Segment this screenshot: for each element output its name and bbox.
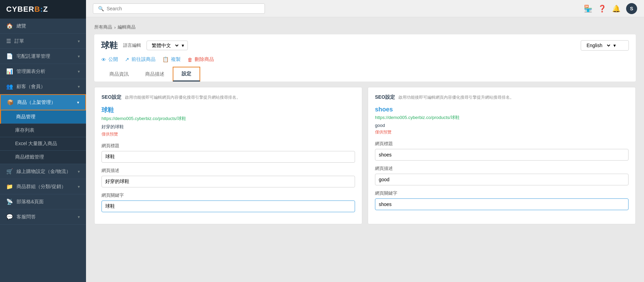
sidebar-item-products[interactable]: 📦 商品（上架管理） ▾ — [0, 94, 86, 110]
seo-product-url-zh: https://demo005.cyberbiz.co/products/球鞋 — [101, 116, 355, 122]
sidebar-item-online-shop[interactable]: 🛒 線上購物設定（金/物流） ▾ — [0, 164, 86, 179]
right-lang-select[interactable]: English 繁體中文 ▾ — [581, 40, 629, 51]
chevron-down-icon: ▾ — [77, 100, 79, 105]
form-field-page-desc-en: 網頁描述 — [375, 165, 629, 185]
avatar[interactable]: S — [626, 3, 637, 14]
copy-button[interactable]: 📋 複製 — [162, 55, 181, 64]
seo-title-en: SEO設定 — [375, 94, 395, 100]
sidebar-item-overview[interactable]: 🏠 總覽 — [0, 19, 86, 34]
home-icon: 🏠 — [6, 23, 13, 29]
page-keyword-input-en[interactable] — [375, 198, 629, 210]
sidebar-item-excel-import[interactable]: Excel 大量匯入商品 — [0, 137, 86, 151]
logo: CYBERB:Z — [6, 5, 48, 14]
sidebar-item-product-groups[interactable]: 📁 商品群組（分類/促銷） ▾ — [0, 179, 86, 194]
sidebar-item-customer-service[interactable]: 💬 客服問答 ▾ — [0, 209, 86, 225]
search-icon: 🔍 — [98, 6, 104, 11]
product-title: 球鞋 — [101, 40, 118, 51]
form-label-page-desc-zh: 網頁描述 — [101, 167, 355, 174]
page-keyword-input-zh[interactable] — [101, 200, 355, 212]
form-label-page-desc-en: 網頁描述 — [375, 165, 629, 172]
publish-button[interactable]: 👁 公開 — [101, 55, 118, 64]
chevron-down-icon: ▾ — [78, 84, 80, 89]
top-header: 🔍 🏪 ❓ 🔔 S — [86, 0, 644, 17]
chevron-down-icon: ▾ — [78, 69, 80, 74]
sidebar-item-blog[interactable]: 📡 部落格&頁面 — [0, 194, 86, 209]
sidebar-logo: CYBERB:Z — [0, 0, 86, 19]
bell-icon[interactable]: 🔔 — [612, 4, 621, 13]
seo-title-zh: SEO設定 — [101, 94, 121, 100]
page-desc-input-en[interactable] — [375, 174, 629, 185]
top-icons: 🏪 ❓ 🔔 S — [584, 3, 637, 14]
chevron-down-icon: ▾ — [78, 215, 80, 219]
breadcrumb-separator: › — [114, 25, 116, 30]
delete-button[interactable]: 🗑 刪除商品 — [187, 55, 214, 64]
breadcrumb-item: 編輯商品 — [118, 24, 136, 30]
sidebar-item-orders[interactable]: ☰ 訂單 ▾ — [0, 34, 86, 49]
page-body: 所有商品 › 編輯商品 球鞋 語言編輯 繁體中文 English ▾ — [86, 17, 644, 282]
goto-product-button[interactable]: ↗ 前往該商品 — [125, 55, 155, 64]
seo-desc-en: 啟用功能後即可編輯網頁內容優化搜尋引擎提升網站搜尋排名。 — [398, 95, 514, 100]
sidebar-item-label: 總覽 — [17, 23, 26, 29]
seo-panel-zh: SEO設定 啟用功能後即可編輯網頁內容優化搜尋引擎提升網站搜尋排名。 球鞋 ht… — [94, 87, 362, 224]
form-label-page-title-zh: 網頁標題 — [101, 143, 355, 149]
chevron-down-icon: ▾ — [78, 54, 80, 59]
lang-label: 語言編輯 — [123, 42, 141, 48]
chevron-down-icon: ▾ — [78, 184, 80, 189]
sidebar-item-label: 顧客（會員） — [17, 84, 45, 90]
sidebar-item-product-management[interactable]: 商品管理 — [0, 110, 86, 124]
copy-icon: 📋 — [162, 56, 169, 63]
delivery-icon: 📄 — [6, 53, 13, 59]
only-preview-badge-zh: 僅供預覽 — [101, 131, 355, 137]
chevron-down-icon: ▾ — [78, 39, 80, 44]
search-input[interactable] — [107, 6, 260, 11]
external-link-icon: ↗ — [125, 56, 129, 63]
help-icon[interactable]: ❓ — [598, 4, 607, 13]
seo-desc-zh: 啟用功能後即可編輯網頁內容優化搜尋引擎提升網站搜尋排名。 — [125, 95, 240, 100]
sidebar-item-label: 客服問答 — [17, 214, 36, 220]
search-bar[interactable]: 🔍 — [93, 3, 265, 14]
tab-product-info[interactable]: 商品資訊 — [101, 68, 137, 82]
products-icon: 📦 — [7, 99, 14, 106]
right-lang-dropdown[interactable]: English 繁體中文 — [585, 42, 611, 48]
product-title-row: 球鞋 語言編輯 繁體中文 English ▾ English 繁體中文 — [101, 40, 629, 51]
chevron-down-icon: ▾ — [78, 169, 80, 174]
lang-select[interactable]: 繁體中文 English ▾ — [147, 41, 188, 50]
store-icon[interactable]: 🏪 — [584, 4, 592, 13]
tabs-row: 商品資訊 商品描述 設定 — [101, 67, 629, 82]
tab-settings[interactable]: 設定 — [173, 67, 200, 82]
sidebar-item-label: 宅配託運單管理 — [17, 53, 50, 59]
form-field-page-keyword-en: 網頁關鍵字 — [375, 190, 629, 210]
seo-product-meta-zh: 好穿的球鞋 — [101, 124, 355, 130]
tab-product-desc[interactable]: 商品描述 — [137, 68, 173, 82]
sidebar-item-label: 部落格&頁面 — [17, 199, 44, 205]
form-field-page-desc-zh: 網頁描述 — [101, 167, 355, 187]
form-label-page-title-en: 網頁標題 — [375, 141, 629, 147]
form-label-page-keyword-en: 網頁關鍵字 — [375, 190, 629, 196]
sidebar-item-delivery[interactable]: 📄 宅配託運單管理 ▾ — [0, 49, 86, 64]
lang-select-dropdown[interactable]: 繁體中文 English — [150, 42, 180, 48]
blog-icon: 📡 — [6, 198, 13, 205]
page-desc-input-zh[interactable] — [101, 176, 355, 187]
sidebar: CYBERB:Z 🏠 總覽 ☰ 訂單 ▾ 📄 宅配託運單管理 ▾ 📊 管理圖表分… — [0, 0, 86, 282]
seo-panels: SEO設定 啟用功能後即可編輯網頁內容優化搜尋引擎提升網站搜尋排名。 球鞋 ht… — [94, 87, 636, 224]
chart-icon: 📊 — [6, 68, 13, 75]
cart-icon: 🛒 — [6, 168, 13, 175]
page-title-input-zh[interactable] — [101, 151, 355, 163]
main-content: 🔍 🏪 ❓ 🔔 S 所有商品 › 編輯商品 球鞋 語言編輯 繁體中文 — [86, 0, 644, 282]
sidebar-item-customers[interactable]: 👥 顧客（會員） ▾ — [0, 79, 86, 94]
sidebar-sub-item-label: Excel 大量匯入商品 — [15, 141, 57, 146]
trash-icon: 🗑 — [187, 57, 193, 63]
sidebar-item-analysis[interactable]: 📊 管理圖表分析 ▾ — [0, 64, 86, 79]
sidebar-item-label-management[interactable]: 商品標籤管理 — [0, 151, 86, 164]
form-field-page-keyword-zh: 網頁關鍵字 — [101, 192, 355, 212]
seo-product-name-en: shoes — [375, 106, 629, 113]
chat-icon: 💬 — [6, 214, 13, 220]
sidebar-item-label: 商品（上架管理） — [17, 99, 56, 106]
only-preview-badge-en: 僅供預覽 — [375, 129, 629, 135]
eye-icon: 👁 — [101, 57, 106, 63]
breadcrumb-item[interactable]: 所有商品 — [94, 24, 112, 30]
sidebar-item-inventory[interactable]: 庫存列表 — [0, 124, 86, 137]
sidebar-item-label: 訂單 — [14, 38, 24, 44]
seo-product-meta-en: good — [375, 123, 629, 128]
page-title-input-en[interactable] — [375, 149, 629, 161]
